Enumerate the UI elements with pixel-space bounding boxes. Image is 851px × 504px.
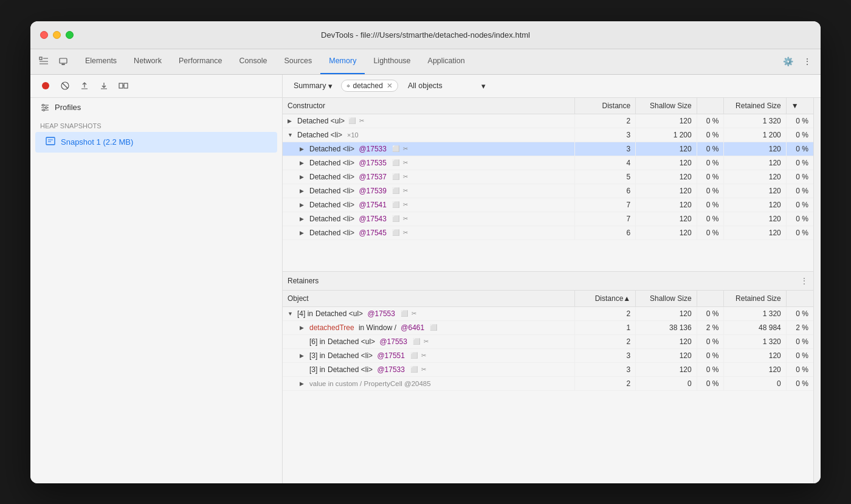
distance-cell: 6 [574,226,636,240]
scissors-icon[interactable]: ✂ [403,187,408,194]
tab-console[interactable]: Console [231,49,276,74]
scissors-icon[interactable]: ✂ [412,310,416,317]
maximize-button[interactable] [66,31,74,39]
minimize-button[interactable] [53,31,61,39]
table-row[interactable]: ▶ [3] in Detached <li> @17551 ⬜ ✂ 3 120 [283,348,813,362]
settings-icon[interactable]: ⚙️ [779,53,796,70]
collect-button[interactable] [115,78,131,94]
scissors-icon[interactable]: ✂ [403,145,408,152]
th-shallow-size2: Shallow Size [636,291,697,307]
expand-arrow[interactable]: ▶ [288,118,295,124]
retained-size-cell: 120 [724,156,786,170]
table-row[interactable]: ▼ Detached <li> ×10 3 1 200 0 % 1 200 0 … [283,128,813,142]
devtools-window: DevTools - file:///Users/stmarthe/detach… [30,21,821,483]
retained-pct-cell: 0 % [786,184,813,198]
tab-application[interactable]: Application [419,49,474,74]
expand-arrow[interactable]: ▼ [288,132,295,138]
expand-arrow[interactable]: ▶ [300,146,307,152]
tab-sources[interactable]: Sources [275,49,320,74]
tab-network[interactable]: Network [125,49,170,74]
scissors-icon[interactable]: ✂ [403,173,408,180]
th-shallow-size: Shallow Size [636,98,697,114]
expand-arrow[interactable]: ▶ [300,381,307,387]
th-retained-sort[interactable]: ▼ [786,98,813,114]
retained-pct-cell: 0 % [786,128,813,142]
table-row[interactable]: ▶ Detached <li> @17533 ⬜ ✂ 3 120 0 % 1 [283,142,813,156]
copy-icon[interactable]: ⬜ [390,187,399,194]
table-row[interactable]: ▼ [4] in Detached <ul> @17553 ⬜ ✂ 2 120 [283,306,813,320]
table-row[interactable]: ▶ Detached <li> @17537 ⬜ ✂ 5 120 0 % 1 [283,170,813,184]
expand-arrow[interactable]: ▶ [300,174,307,180]
retained-size-cell: 120 [724,212,786,226]
inspect-icon[interactable] [35,53,52,70]
table-row[interactable]: ▶ Detached <li> @17545 ⬜ ✂ 6 120 0 % 1 [283,226,813,240]
copy-icon[interactable]: ⬜ [408,366,418,373]
retained-pct-cell: 0 % [786,376,813,390]
expand-arrow[interactable]: ▶ [300,202,307,208]
distance-cell: 7 [574,212,636,226]
expand-arrow[interactable]: ▶ [300,188,307,194]
row-constructor: Detached <ul> [315,309,363,318]
table-row[interactable]: [6] in Detached <ul> @17553 ⬜ ✂ 2 120 0 … [283,334,813,348]
download-button[interactable] [96,78,112,94]
summary-dropdown[interactable]: Summary ▾ [290,80,336,92]
th-distance-sort[interactable]: Distance▲ [574,291,636,307]
at-id-label: @17533 [375,365,405,374]
expand-arrow[interactable]: ▶ [300,230,307,236]
copy-icon[interactable]: ⬜ [408,352,418,359]
constructor-cell: ▶ Detached <li> @17545 ⬜ ✂ [283,226,574,240]
copy-icon[interactable]: ⬜ [348,117,356,124]
close-button[interactable] [40,31,48,39]
all-objects-dropdown[interactable]: All objects ▾ [408,81,486,91]
scrollbar[interactable] [813,98,821,483]
retainers-menu-icon[interactable]: ⋮ [800,276,808,286]
retained-size-cell: 120 [724,170,786,184]
copy-icon[interactable]: ⬜ [390,173,399,180]
tab-lighthouse[interactable]: Lighthouse [365,49,419,74]
table-row[interactable]: ▶ Detached <li> @17535 ⬜ ✂ 4 120 0 % 1 [283,156,813,170]
copy-icon[interactable]: ⬜ [390,215,399,222]
expand-arrow[interactable]: ▶ [300,353,307,359]
copy-icon[interactable]: ⬜ [428,324,437,331]
table-row[interactable]: ▶ Detached <ul> ⬜ ✂ 2 120 0 % 1 320 0 % [283,114,813,128]
copy-icon[interactable]: ⬜ [390,145,399,152]
copy-icon[interactable]: ⬜ [390,229,399,236]
expand-arrow[interactable]: ▶ [300,325,307,331]
snapshot-item[interactable]: Snapshot 1 (2.2 MB) [35,132,277,153]
more-icon[interactable]: ⋮ [799,53,816,70]
table-row[interactable]: ▶ Detached <li> @17543 ⬜ ✂ 7 120 0 % 1 [283,212,813,226]
table-row[interactable]: ▶ detachedTree in Window / @6461 ⬜ 1 38 … [283,320,813,334]
clear-button[interactable] [57,78,73,94]
table-row[interactable]: [3] in Detached <li> @17533 ⬜ ✂ 3 120 0 … [283,362,813,376]
copy-icon[interactable]: ⬜ [399,310,408,317]
main-content: Profiles Heap snapshots Snapshot 1 (2.2 … [30,98,821,483]
table-row[interactable]: ▶ value in custom / PropertyCell @20485 … [283,376,813,390]
tab-elements[interactable]: Elements [77,49,125,74]
scissors-icon[interactable]: ✂ [403,201,408,208]
tab-performance[interactable]: Performance [170,49,231,74]
filter-icon: ⌖ [346,82,350,90]
scissors-icon[interactable]: ✂ [403,215,408,222]
at-id-label: @17545 [357,229,387,237]
upload-button[interactable] [77,78,92,94]
expand-arrow[interactable]: ▶ [300,216,307,222]
scissors-icon[interactable]: ✂ [421,352,426,359]
record-button[interactable] [38,78,53,94]
copy-icon[interactable]: ⬜ [390,159,399,166]
scissors-icon[interactable]: ✂ [421,366,426,373]
shallow-pct-cell: 0 % [697,142,724,156]
scissors-icon[interactable]: ✂ [403,159,408,166]
expand-arrow[interactable]: ▼ [288,311,295,317]
filter-close-button[interactable]: ✕ [387,81,393,90]
expand-arrow[interactable]: ▶ [300,160,307,166]
copy-icon[interactable]: ⬜ [390,201,399,208]
table-row[interactable]: ▶ Detached <li> @17541 ⬜ ✂ 7 120 0 % 1 [283,198,813,212]
filter-chip: ⌖ detached ✕ [341,80,398,92]
tab-memory[interactable]: Memory [320,49,365,74]
scissors-icon[interactable]: ✂ [403,229,408,236]
device-icon[interactable] [55,53,72,70]
scissors-icon[interactable]: ✂ [359,117,364,124]
scissors-icon[interactable]: ✂ [424,338,429,345]
table-row[interactable]: ▶ Detached <li> @17539 ⬜ ✂ 6 120 0 % 1 [283,184,813,198]
copy-icon[interactable]: ⬜ [411,338,420,345]
